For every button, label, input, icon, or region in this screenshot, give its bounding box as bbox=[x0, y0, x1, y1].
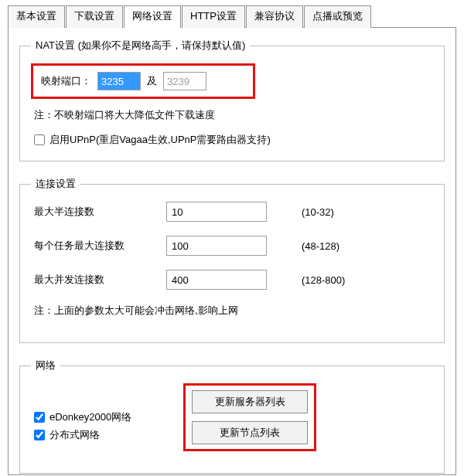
network-buttons-highlight: 更新服务器列表 更新节点列表 bbox=[183, 383, 316, 451]
connection-group: 连接设置 最大半连接数 (10-32) 每个任务最大连接数 (48-128) 最… bbox=[19, 177, 445, 343]
tab-download[interactable]: 下载设置 bbox=[66, 5, 123, 28]
port-and: 及 bbox=[147, 74, 157, 88]
concurrent-conn-input[interactable] bbox=[166, 270, 267, 290]
port-mapping-highlight: 映射端口： 及 bbox=[31, 63, 255, 99]
nat-note: 注：不映射端口将大大降低文件下载速度 bbox=[34, 108, 433, 122]
port-label: 映射端口： bbox=[41, 74, 91, 88]
ed2k-checkbox[interactable] bbox=[34, 412, 45, 423]
pertask-conn-range: (48-128) bbox=[302, 240, 339, 252]
half-conn-range: (10-32) bbox=[302, 206, 334, 218]
pertask-conn-label: 每个任务最大连接数 bbox=[31, 239, 166, 253]
tab-compat[interactable]: 兼容协议 bbox=[246, 5, 303, 28]
half-conn-label: 最大半连接数 bbox=[31, 205, 166, 219]
pertask-conn-input[interactable] bbox=[166, 236, 267, 256]
connection-legend: 连接设置 bbox=[31, 177, 80, 191]
nat-legend: NAT设置 (如果你不是网络高手，请保持默认值) bbox=[31, 39, 250, 53]
port1-input[interactable] bbox=[97, 72, 141, 90]
dist-checkbox[interactable] bbox=[34, 430, 45, 440]
network-group: 网络 eDonkey2000网络 更新服务器列表 更新节点列表 分布式网络 bbox=[19, 359, 445, 474]
upnp-checkbox[interactable] bbox=[34, 134, 45, 145]
update-server-list-button[interactable]: 更新服务器列表 bbox=[192, 390, 308, 413]
tab-bar: 基本设置 下载设置 网络设置 HTTP设置 兼容协议 点播或预览 bbox=[8, 5, 456, 27]
tab-network[interactable]: 网络设置 bbox=[124, 5, 181, 28]
update-node-list-button[interactable]: 更新节点列表 bbox=[192, 421, 308, 444]
tab-content: NAT设置 (如果你不是网络高手，请保持默认值) 映射端口： 及 注：不映射端口… bbox=[8, 27, 456, 475]
connection-note: 注：上面的参数太大可能会冲击网络,影响上网 bbox=[34, 304, 433, 318]
half-conn-input[interactable] bbox=[166, 202, 267, 222]
nat-group: NAT设置 (如果你不是网络高手，请保持默认值) 映射端口： 及 注：不映射端口… bbox=[19, 39, 445, 162]
dist-label: 分布式网络 bbox=[49, 428, 100, 442]
tab-http[interactable]: HTTP设置 bbox=[182, 5, 245, 28]
upnp-label: 启用UPnP(重启Vagaa生效,UPnP需要路由器支持) bbox=[49, 133, 271, 147]
concurrent-conn-range: (128-800) bbox=[302, 274, 345, 286]
port2-input[interactable] bbox=[163, 72, 206, 90]
tab-preview[interactable]: 点播或预览 bbox=[304, 5, 371, 28]
ed2k-label: eDonkey2000网络 bbox=[49, 410, 131, 424]
network-legend: 网络 bbox=[31, 359, 60, 372]
concurrent-conn-label: 最大并发连接数 bbox=[31, 273, 166, 287]
tab-basic[interactable]: 基本设置 bbox=[8, 5, 65, 28]
